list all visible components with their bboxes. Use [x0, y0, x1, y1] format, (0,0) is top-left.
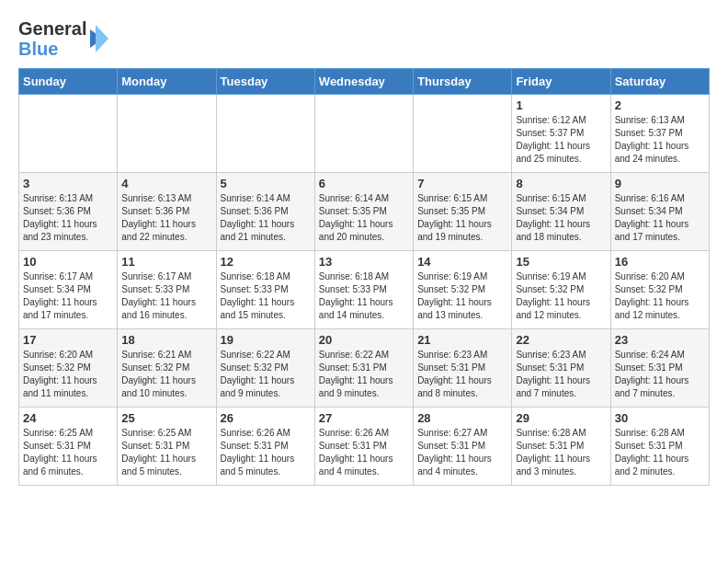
calendar-cell: 5Sunrise: 6:14 AM Sunset: 5:36 PM Daylig… — [216, 173, 314, 251]
day-number: 27 — [319, 411, 409, 425]
day-number: 22 — [516, 333, 606, 347]
day-info: Sunrise: 6:28 AM Sunset: 5:31 PM Dayligh… — [615, 427, 705, 478]
calendar-cell: 22Sunrise: 6:23 AM Sunset: 5:31 PM Dayli… — [512, 329, 610, 408]
day-info: Sunrise: 6:22 AM Sunset: 5:31 PM Dayligh… — [319, 349, 409, 400]
calendar-cell: 8Sunrise: 6:15 AM Sunset: 5:34 PM Daylig… — [512, 173, 610, 251]
day-info: Sunrise: 6:16 AM Sunset: 5:34 PM Dayligh… — [615, 192, 705, 244]
calendar-week-row: 3Sunrise: 6:13 AM Sunset: 5:36 PM Daylig… — [19, 173, 710, 251]
svg-marker-1 — [96, 25, 108, 52]
day-number: 20 — [319, 333, 409, 347]
calendar-cell: 6Sunrise: 6:14 AM Sunset: 5:35 PM Daylig… — [314, 173, 413, 251]
calendar-cell: 23Sunrise: 6:24 AM Sunset: 5:31 PM Dayli… — [610, 329, 709, 408]
day-number: 17 — [23, 333, 113, 347]
day-of-week-header: Friday — [512, 69, 610, 95]
day-info: Sunrise: 6:25 AM Sunset: 5:31 PM Dayligh… — [23, 427, 113, 478]
day-number: 18 — [121, 333, 211, 347]
day-info: Sunrise: 6:23 AM Sunset: 5:31 PM Dayligh… — [417, 349, 507, 400]
day-number: 1 — [516, 98, 606, 112]
day-info: Sunrise: 6:22 AM Sunset: 5:32 PM Dayligh… — [221, 349, 311, 400]
calendar-cell: 30Sunrise: 6:28 AM Sunset: 5:31 PM Dayli… — [610, 408, 709, 486]
day-info: Sunrise: 6:18 AM Sunset: 5:33 PM Dayligh… — [319, 270, 409, 322]
calendar-cell: 12Sunrise: 6:18 AM Sunset: 5:33 PM Dayli… — [216, 251, 314, 329]
calendar-cell: 19Sunrise: 6:22 AM Sunset: 5:32 PM Dayli… — [216, 329, 314, 408]
day-number: 2 — [615, 98, 705, 112]
day-info: Sunrise: 6:14 AM Sunset: 5:36 PM Dayligh… — [221, 192, 311, 244]
calendar-cell: 13Sunrise: 6:18 AM Sunset: 5:33 PM Dayli… — [314, 251, 413, 329]
calendar-cell: 1Sunrise: 6:12 AM Sunset: 5:37 PM Daylig… — [512, 95, 610, 173]
day-number: 26 — [221, 411, 311, 425]
day-of-week-header: Sunday — [19, 69, 118, 95]
logo-arrow-icon — [90, 25, 108, 52]
day-number: 11 — [121, 255, 211, 269]
calendar-cell: 7Sunrise: 6:15 AM Sunset: 5:35 PM Daylig… — [414, 173, 512, 251]
day-number: 25 — [121, 411, 211, 425]
calendar-cell: 9Sunrise: 6:16 AM Sunset: 5:34 PM Daylig… — [610, 173, 709, 251]
day-info: Sunrise: 6:13 AM Sunset: 5:36 PM Dayligh… — [23, 192, 113, 244]
day-info: Sunrise: 6:15 AM Sunset: 5:35 PM Dayligh… — [417, 192, 507, 244]
day-of-week-header: Wednesday — [314, 69, 413, 95]
day-number: 4 — [121, 177, 211, 190]
day-info: Sunrise: 6:19 AM Sunset: 5:32 PM Dayligh… — [417, 270, 507, 322]
calendar-cell: 15Sunrise: 6:19 AM Sunset: 5:32 PM Dayli… — [512, 251, 610, 329]
calendar-cell: 16Sunrise: 6:20 AM Sunset: 5:32 PM Dayli… — [610, 251, 709, 329]
day-number: 21 — [417, 333, 507, 347]
day-info: Sunrise: 6:13 AM Sunset: 5:37 PM Dayligh… — [615, 114, 705, 166]
day-info: Sunrise: 6:20 AM Sunset: 5:32 PM Dayligh… — [23, 349, 113, 400]
day-number: 5 — [221, 177, 311, 190]
calendar-cell — [19, 95, 118, 173]
calendar-header-row: SundayMondayTuesdayWednesdayThursdayFrid… — [19, 69, 710, 95]
calendar-cell: 11Sunrise: 6:17 AM Sunset: 5:33 PM Dayli… — [118, 251, 216, 329]
day-number: 8 — [516, 177, 606, 190]
calendar-cell: 26Sunrise: 6:26 AM Sunset: 5:31 PM Dayli… — [216, 408, 314, 486]
day-of-week-header: Thursday — [414, 69, 512, 95]
day-number: 10 — [23, 255, 113, 269]
logo: GeneralBlue — [18, 18, 108, 59]
calendar-week-row: 17Sunrise: 6:20 AM Sunset: 5:32 PM Dayli… — [19, 329, 710, 408]
day-number: 24 — [23, 411, 113, 425]
day-number: 19 — [221, 333, 311, 347]
day-number: 9 — [615, 177, 705, 190]
day-info: Sunrise: 6:26 AM Sunset: 5:31 PM Dayligh… — [319, 427, 409, 478]
day-info: Sunrise: 6:23 AM Sunset: 5:31 PM Dayligh… — [516, 349, 606, 400]
calendar-week-row: 1Sunrise: 6:12 AM Sunset: 5:37 PM Daylig… — [19, 95, 710, 173]
calendar-cell: 17Sunrise: 6:20 AM Sunset: 5:32 PM Dayli… — [19, 329, 118, 408]
day-number: 28 — [417, 411, 507, 425]
day-info: Sunrise: 6:17 AM Sunset: 5:34 PM Dayligh… — [23, 270, 113, 322]
day-number: 29 — [516, 411, 606, 425]
calendar-cell — [414, 95, 512, 173]
calendar-cell: 3Sunrise: 6:13 AM Sunset: 5:36 PM Daylig… — [19, 173, 118, 251]
day-info: Sunrise: 6:12 AM Sunset: 5:37 PM Dayligh… — [516, 114, 606, 166]
calendar-week-row: 24Sunrise: 6:25 AM Sunset: 5:31 PM Dayli… — [19, 408, 710, 486]
day-of-week-header: Monday — [118, 69, 216, 95]
calendar-cell: 10Sunrise: 6:17 AM Sunset: 5:34 PM Dayli… — [19, 251, 118, 329]
day-number: 15 — [516, 255, 606, 269]
day-info: Sunrise: 6:13 AM Sunset: 5:36 PM Dayligh… — [121, 192, 211, 244]
day-info: Sunrise: 6:21 AM Sunset: 5:32 PM Dayligh… — [121, 349, 211, 400]
calendar-cell: 29Sunrise: 6:28 AM Sunset: 5:31 PM Dayli… — [512, 408, 610, 486]
day-number: 23 — [615, 333, 705, 347]
logo-blue-text: Blue — [18, 39, 58, 59]
day-info: Sunrise: 6:18 AM Sunset: 5:33 PM Dayligh… — [221, 270, 311, 322]
calendar-cell: 27Sunrise: 6:26 AM Sunset: 5:31 PM Dayli… — [314, 408, 413, 486]
calendar-cell: 4Sunrise: 6:13 AM Sunset: 5:36 PM Daylig… — [118, 173, 216, 251]
day-number: 30 — [615, 411, 705, 425]
day-number: 16 — [615, 255, 705, 269]
day-info: Sunrise: 6:17 AM Sunset: 5:33 PM Dayligh… — [121, 270, 211, 322]
day-info: Sunrise: 6:15 AM Sunset: 5:34 PM Dayligh… — [516, 192, 606, 244]
calendar-table: SundayMondayTuesdayWednesdayThursdayFrid… — [18, 68, 710, 486]
day-number: 6 — [319, 177, 409, 190]
calendar-cell: 14Sunrise: 6:19 AM Sunset: 5:32 PM Dayli… — [414, 251, 512, 329]
calendar-cell — [314, 95, 413, 173]
day-number: 7 — [417, 177, 507, 190]
page-header: GeneralBlue — [18, 18, 710, 59]
day-info: Sunrise: 6:26 AM Sunset: 5:31 PM Dayligh… — [221, 427, 311, 478]
calendar-cell — [216, 95, 314, 173]
day-number: 13 — [319, 255, 409, 269]
calendar-cell: 28Sunrise: 6:27 AM Sunset: 5:31 PM Dayli… — [414, 408, 512, 486]
calendar-cell: 24Sunrise: 6:25 AM Sunset: 5:31 PM Dayli… — [19, 408, 118, 486]
day-of-week-header: Saturday — [610, 69, 709, 95]
calendar-cell: 20Sunrise: 6:22 AM Sunset: 5:31 PM Dayli… — [314, 329, 413, 408]
calendar-cell — [118, 95, 216, 173]
calendar-week-row: 10Sunrise: 6:17 AM Sunset: 5:34 PM Dayli… — [19, 251, 710, 329]
calendar-cell: 25Sunrise: 6:25 AM Sunset: 5:31 PM Dayli… — [118, 408, 216, 486]
